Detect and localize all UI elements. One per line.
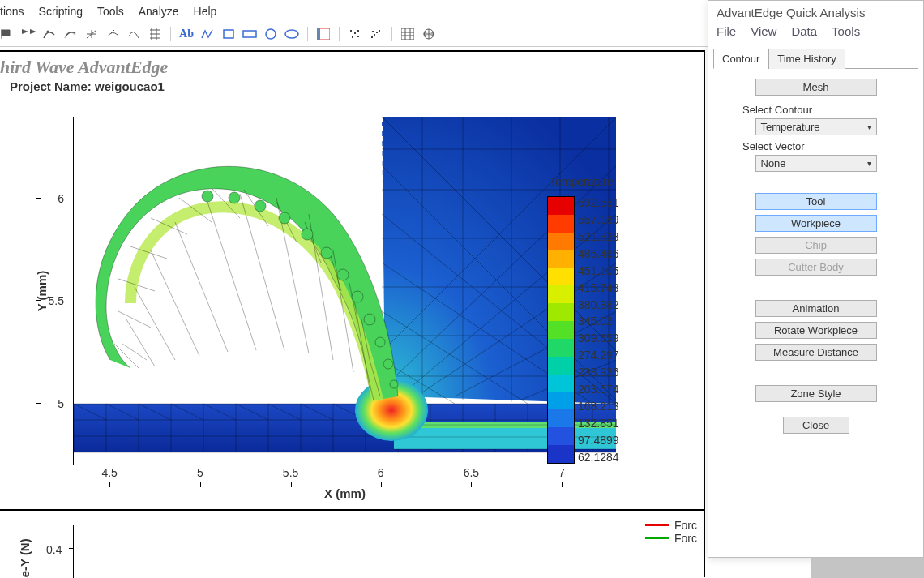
- app-title: hird Wave AdvantEdge: [0, 57, 168, 78]
- chevron-down-icon: ▾: [867, 159, 871, 168]
- workpiece-button[interactable]: Workpiece: [755, 215, 877, 232]
- panel-menubar: File View Data Tools: [708, 21, 923, 45]
- svg-point-29: [321, 247, 332, 259]
- scatter-icon[interactable]: [348, 27, 362, 41]
- svg-point-0: [47, 30, 49, 32]
- background-strip: [811, 558, 924, 578]
- svg-point-9: [357, 30, 359, 32]
- svg-rect-1: [224, 30, 233, 38]
- menu-item[interactable]: Analyze: [139, 5, 179, 18]
- colorbar-title: Temperature: [550, 175, 614, 188]
- select-vector[interactable]: None ▾: [755, 155, 877, 172]
- chip-button[interactable]: Chip: [755, 237, 877, 254]
- ellipse-icon[interactable]: [284, 27, 299, 41]
- svg-point-32: [255, 200, 266, 212]
- curve1-icon[interactable]: [42, 27, 57, 41]
- chevron-down-icon: ▾: [867, 122, 871, 131]
- select-contour[interactable]: Temperature ▾: [755, 118, 877, 135]
- toolbar-separator: [170, 27, 171, 41]
- panel-menu-item[interactable]: File: [717, 24, 736, 38]
- scatter2-icon[interactable]: [369, 27, 383, 41]
- x-axis-ticks: 4.5 5 5.5 6 6.5 7: [74, 466, 616, 482]
- svg-point-11: [357, 36, 359, 37]
- zigzag-icon[interactable]: [200, 27, 215, 41]
- cutter-body-button[interactable]: Cutter Body: [755, 259, 877, 276]
- toolbar-separator: [339, 27, 340, 41]
- x-axis-label: X (mm): [324, 486, 366, 500]
- zone-style-button[interactable]: Zone Style: [755, 385, 877, 402]
- menu-item[interactable]: Tools: [97, 5, 124, 18]
- quick-analysis-panel: AdvantEdge Quick Analysis File View Data…: [708, 0, 924, 558]
- rotate-workpiece-button[interactable]: Rotate Workpiece: [755, 322, 877, 339]
- panel-menu-item[interactable]: View: [751, 24, 776, 38]
- menu-item[interactable]: Help: [194, 5, 217, 18]
- y-axis-label-2: orce-Y (N): [18, 538, 32, 578]
- panel-menu-item[interactable]: Data: [791, 24, 817, 38]
- svg-point-28: [337, 269, 349, 280]
- tool-button[interactable]: Tool: [755, 193, 877, 210]
- mesh-button[interactable]: Mesh: [755, 79, 877, 96]
- globe-icon[interactable]: [421, 27, 436, 41]
- spline-edit-icon[interactable]: [105, 27, 120, 41]
- curve2-icon[interactable]: [63, 27, 78, 41]
- svg-point-34: [202, 191, 213, 202]
- y-axis-label: Y (mm): [35, 270, 49, 311]
- spline2-icon[interactable]: [126, 27, 141, 41]
- svg-point-7: [350, 30, 352, 32]
- contour-plot[interactable]: 4.5 5 5.5 6 6.5 7 5 5.5 6 X (mm) Y (mm): [73, 117, 616, 465]
- toolbar-separator: [391, 27, 392, 41]
- square-icon[interactable]: [221, 27, 236, 41]
- tab-time-history[interactable]: Time History: [768, 49, 845, 69]
- panel-title: AdvantEdge Quick Analysis: [708, 1, 923, 21]
- flags-icon[interactable]: [21, 27, 36, 41]
- circle-icon[interactable]: [263, 27, 278, 41]
- svg-point-25: [375, 337, 385, 347]
- plot-frame: hird Wave AdvantEdge Project Name: weigo…: [0, 50, 705, 577]
- toolbar-separator: [307, 27, 308, 41]
- svg-point-33: [229, 192, 240, 203]
- tab-contour[interactable]: Contour: [713, 49, 768, 69]
- svg-point-15: [379, 30, 380, 32]
- svg-rect-6: [317, 28, 320, 40]
- svg-point-24: [383, 359, 393, 369]
- svg-point-13: [374, 34, 375, 36]
- svg-point-12: [371, 36, 373, 38]
- panel-tabs: Contour Time History: [713, 48, 923, 68]
- plot-canvas: [74, 117, 616, 465]
- select-vector-label: Select Vector: [742, 140, 912, 152]
- flag-icon[interactable]: [0, 27, 15, 41]
- select-contour-label: Select Contour: [742, 104, 912, 116]
- panel-menu-item[interactable]: Tools: [832, 24, 860, 38]
- svg-point-4: [285, 30, 298, 38]
- close-button[interactable]: Close: [783, 417, 849, 434]
- project-name: Project Name: weigoucao1: [10, 79, 165, 93]
- svg-point-27: [352, 291, 363, 302]
- colorbar: Temperature 592.551 557.189 521.828 486.…: [547, 196, 575, 464]
- svg-point-10: [352, 36, 353, 38]
- tab-body-contour: Mesh Select Contour Temperature ▾ Select…: [713, 68, 918, 448]
- svg-point-14: [376, 32, 378, 33]
- menu-item[interactable]: tions: [0, 5, 24, 18]
- mesh-tool-icon[interactable]: [148, 27, 162, 41]
- force-plot[interactable]: orce-Y (N) 0.4 0.2 Forc Forc: [0, 509, 705, 578]
- text-ab-icon[interactable]: Ab: [179, 27, 194, 41]
- svg-point-3: [266, 29, 276, 39]
- grid-icon[interactable]: [400, 27, 415, 41]
- menu-item[interactable]: Scripting: [39, 5, 83, 18]
- svg-point-8: [354, 32, 356, 34]
- rect-icon[interactable]: [242, 27, 257, 41]
- svg-rect-2: [243, 31, 256, 37]
- axis-cross-icon[interactable]: [84, 27, 99, 41]
- svg-point-31: [279, 212, 290, 224]
- svg-point-16: [372, 31, 374, 32]
- animation-button[interactable]: Animation: [755, 300, 877, 317]
- force-legend: Forc Forc: [645, 519, 697, 545]
- red-frame-icon[interactable]: [316, 27, 331, 41]
- measure-distance-button[interactable]: Measure Distance: [755, 344, 877, 361]
- svg-point-26: [364, 314, 375, 325]
- svg-point-30: [302, 229, 313, 240]
- svg-point-23: [390, 380, 398, 388]
